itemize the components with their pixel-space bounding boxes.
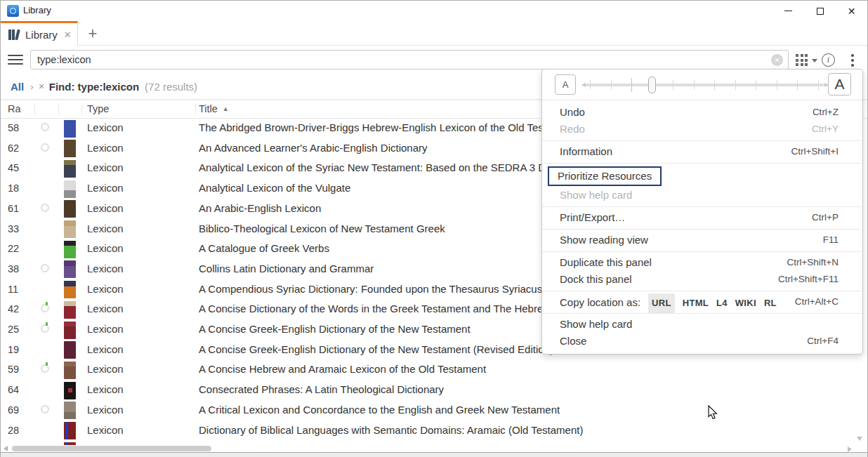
column-header-title[interactable]: Title ▲ <box>199 103 229 114</box>
info-icon[interactable]: i <box>822 53 835 67</box>
menu-item-label: Dock this panel <box>560 273 632 285</box>
column-header-type[interactable]: Type <box>87 103 109 114</box>
search-input[interactable] <box>31 51 788 69</box>
decrease-font-button[interactable]: A <box>555 74 576 95</box>
library-books-icon <box>8 29 20 40</box>
unread-circle-icon[interactable] <box>41 204 49 212</box>
unread-circle-icon[interactable] <box>41 143 49 152</box>
new-tab-button[interactable]: + <box>82 23 103 44</box>
table-row[interactable]: 28 Lexicon Dictionary of Biblical Langua… <box>1 421 867 442</box>
menu-item[interactable]: Dock this panel Ctrl+Shift+F11 <box>542 271 862 288</box>
row-title: Collins Latin Dictionary and Grammar <box>199 263 374 274</box>
cover-accent <box>64 260 76 266</box>
hscroll-thumb[interactable] <box>12 446 211 451</box>
table-row[interactable]: 59 Lexicon A Concise Hebrew and Aramaic … <box>1 360 867 380</box>
row-type: Lexicon <box>87 323 124 335</box>
vscroll-down-arrow-icon[interactable] <box>857 437 862 441</box>
row-type: Lexicon <box>87 263 124 274</box>
tab-library[interactable]: Library ✕ <box>1 21 78 46</box>
unread-circle-icon[interactable] <box>41 264 49 272</box>
book-cover-thumbnail <box>64 402 76 419</box>
font-size-slider-track[interactable] <box>581 69 829 100</box>
clear-search-icon[interactable]: ✕ <box>771 54 783 66</box>
panel-menu-kebab-icon[interactable] <box>851 54 854 69</box>
row-rank: 42 <box>8 303 19 314</box>
copy-location-chips: URLHTMLL4WIKIRL <box>648 293 777 313</box>
row-type: Lexicon <box>87 121 124 133</box>
column-divider <box>34 103 35 115</box>
unread-circle-icon[interactable] <box>41 324 49 333</box>
menu-item[interactable]: Print/Export… Ctrl+P <box>542 209 862 226</box>
row-title: A Critical Lexicon and Concordance to th… <box>199 404 560 416</box>
book-cover-thumbnail <box>64 301 76 319</box>
book-cover-thumbnail <box>64 382 76 399</box>
book-cover-thumbnail <box>64 260 76 278</box>
copy-format-chip-wiki[interactable]: WIKI <box>735 295 756 312</box>
row-title: A Concise Hebrew and Aramaic Lexicon of … <box>199 363 486 375</box>
remove-filter-icon[interactable]: ✕ <box>39 82 45 91</box>
slider-tick <box>777 80 777 90</box>
menu-item[interactable]: Close Ctrl+F4 <box>542 333 862 350</box>
cover-accent <box>64 220 76 226</box>
menu-item-label: Print/Export… <box>560 211 625 223</box>
menu-item[interactable]: Prioritize Resources <box>542 166 862 187</box>
row-rank: 69 <box>8 404 19 416</box>
copy-format-chip-url[interactable]: URL <box>648 293 675 313</box>
row-rank: 19 <box>8 344 19 355</box>
slider-tick <box>714 80 715 90</box>
menu-item[interactable]: Undo Ctrl+Z <box>542 104 862 121</box>
cover-accent <box>64 322 76 327</box>
menu-item: Redo Ctrl+Y <box>542 121 862 138</box>
row-rank: 58 <box>8 122 19 133</box>
menu-separator <box>542 251 862 252</box>
row-type: Lexicon <box>87 161 124 173</box>
unread-circle-icon[interactable] <box>41 405 49 413</box>
maximize-button[interactable] <box>804 1 836 21</box>
unread-circle-icon[interactable] <box>41 123 49 131</box>
breadcrumb-all-link[interactable]: All <box>11 81 24 93</box>
close-window-button[interactable]: ✕ <box>836 1 867 21</box>
menu-item[interactable]: Copy location as:URLHTMLL4WIKIRL Ctrl+Al… <box>542 293 862 310</box>
increase-font-button[interactable]: A <box>828 73 851 95</box>
font-size-slider-thumb[interactable] <box>648 77 656 93</box>
row-rank: 59 <box>8 364 19 375</box>
column-header-rank[interactable]: Ra <box>8 103 21 114</box>
row-type: Lexicon <box>87 283 124 295</box>
progress-tick-icon <box>46 302 48 305</box>
unread-circle-icon[interactable] <box>41 364 49 373</box>
cover-accent <box>68 388 72 392</box>
table-row[interactable]: 64 Lexicon Consecrated Phrases: A Latin … <box>1 380 867 401</box>
tab-close-icon[interactable]: ✕ <box>64 29 72 40</box>
table-row[interactable] <box>1 441 867 445</box>
unread-circle-icon[interactable] <box>41 304 49 312</box>
minimize-button[interactable] <box>772 1 804 21</box>
menu-item-shortcut: Ctrl+P <box>812 209 839 226</box>
row-title: Dictionary of Biblical Languages with Se… <box>199 424 583 436</box>
menu-item[interactable]: Show help card <box>542 316 862 333</box>
title-bar: Library ✕ <box>1 1 867 21</box>
hscroll-left-arrow-icon[interactable] <box>4 446 8 451</box>
copy-format-chip-rl[interactable]: RL <box>764 295 777 312</box>
table-row[interactable]: 69 Lexicon A Critical Lexicon and Concor… <box>1 401 867 421</box>
minimize-icon <box>784 11 792 11</box>
window-bottom-edge <box>1 452 867 457</box>
view-grid-icon[interactable] <box>796 54 808 67</box>
row-title: A Catalogue of Greek Verbs <box>199 242 329 254</box>
view-caret-icon[interactable] <box>812 59 817 62</box>
menu-item[interactable]: Information Ctrl+Shift+I <box>542 143 862 160</box>
row-type: Lexicon <box>87 383 124 395</box>
sort-ascending-icon: ▲ <box>223 105 229 112</box>
menu-hamburger-icon[interactable] <box>8 55 23 65</box>
copy-format-chip-l4[interactable]: L4 <box>716 295 728 312</box>
book-cover-thumbnail <box>64 140 76 157</box>
cover-accent <box>65 442 68 445</box>
menu-item[interactable]: Duplicate this panel Ctrl+Shift+N <box>542 254 862 271</box>
cover-accent <box>64 281 76 286</box>
menu-item-shortcut: Ctrl+Shift+F11 <box>778 271 839 288</box>
row-rank: 22 <box>8 243 19 254</box>
menu-item[interactable]: Show reading view F11 <box>542 232 862 249</box>
copy-format-chip-html[interactable]: HTML <box>683 295 709 312</box>
book-cover-thumbnail <box>64 160 76 178</box>
hscroll-right-arrow-icon[interactable] <box>848 446 852 452</box>
slider-tick <box>735 80 736 90</box>
